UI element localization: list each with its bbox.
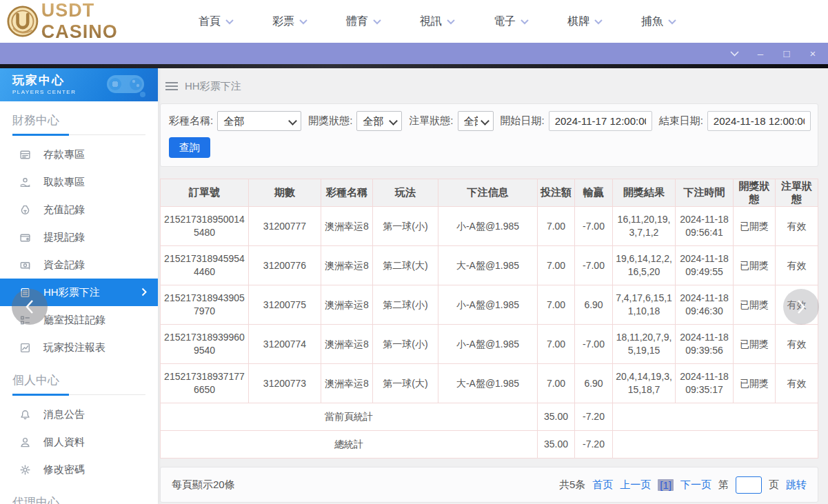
table-cell: 第二球(大) bbox=[373, 246, 438, 285]
prev-page-link[interactable]: 上一页 bbox=[620, 478, 651, 492]
table-cell: 18,11,20,7,9,5,19,15 bbox=[613, 325, 676, 364]
table-cell: -7.00 bbox=[575, 325, 613, 364]
column-header: 投注額 bbox=[538, 179, 575, 207]
sidebar-item-person[interactable]: 個人資料 bbox=[0, 428, 158, 456]
column-header: 開獎結果 bbox=[613, 179, 676, 207]
nav-item-label: 棋牌 bbox=[567, 14, 589, 29]
sidebar-item-report[interactable]: 玩家投注報表 bbox=[0, 334, 158, 361]
table-cell: 6.90 bbox=[575, 364, 613, 403]
table-cell: 大-A盤@1.985 bbox=[438, 246, 538, 285]
chevron-down-icon bbox=[668, 19, 676, 25]
window-chevron-down-icon[interactable] bbox=[729, 48, 740, 59]
nav-item-label: 電子 bbox=[494, 14, 516, 29]
sidebar-item-label: 玩家投注報表 bbox=[43, 341, 105, 354]
brand-logo[interactable]: USDT CASINO bbox=[7, 0, 165, 43]
column-header: 訂單號 bbox=[161, 179, 249, 207]
sidebar-item-label: 提現記錄 bbox=[43, 231, 85, 244]
table-cell: 31200775 bbox=[249, 285, 321, 325]
sidebar-section-title: 個人中心 bbox=[12, 372, 145, 395]
sidebar-item-funds[interactable]: 資金記錄 bbox=[0, 251, 158, 279]
table-cell: 31200776 bbox=[249, 246, 321, 285]
table-cell: 有效 bbox=[776, 246, 818, 285]
nav-item-2[interactable]: 彩票 bbox=[272, 14, 307, 29]
table-cell: 第一球(大) bbox=[373, 364, 438, 403]
coin-logo-icon bbox=[7, 4, 39, 39]
maximize-icon[interactable]: □ bbox=[781, 48, 792, 59]
bell-icon bbox=[19, 409, 31, 421]
table-cell: 31200774 bbox=[249, 325, 321, 364]
sidebar-item-bell[interactable]: 消息公告 bbox=[0, 401, 158, 428]
table-cell: 大-A盤@1.985 bbox=[438, 364, 538, 403]
column-header: 開獎狀態 bbox=[734, 179, 776, 207]
nav-item-5[interactable]: 電子 bbox=[494, 14, 529, 29]
table-cell: 第一球(小) bbox=[373, 325, 438, 364]
table-cell: 7.00 bbox=[538, 325, 575, 364]
table-row: 215217318945954446031200776澳洲幸运8第二球(大)大-… bbox=[161, 246, 818, 285]
window-title-bar: – □ × bbox=[0, 43, 828, 64]
start-date-input[interactable] bbox=[549, 111, 652, 131]
main-content: HH彩票下注 彩種名稱: 全部 開獎狀態: 全部 注單狀態: 全部 bbox=[158, 68, 828, 504]
end-date-input[interactable] bbox=[707, 111, 811, 131]
table-cell: 第一球(小) bbox=[373, 207, 438, 246]
nav-item-label: 首頁 bbox=[199, 14, 221, 29]
table-cell: -7.00 bbox=[575, 246, 613, 285]
nav-menu: 首頁彩票體育視訊電子棋牌捕魚 bbox=[199, 14, 676, 29]
table-cell: 第二球(小) bbox=[373, 285, 438, 325]
sidebar-item-withdrawal-record[interactable]: 提現記錄 bbox=[0, 223, 158, 251]
nav-item-4[interactable]: 視訊 bbox=[420, 14, 455, 29]
summary-bet-total: 35.00 bbox=[538, 403, 575, 431]
recharge-icon bbox=[19, 204, 31, 216]
sidebar-item-deposit[interactable]: 存款專區 bbox=[0, 141, 158, 168]
nav-item-label: 捕魚 bbox=[641, 14, 663, 29]
nav-item-3[interactable]: 體育 bbox=[346, 14, 381, 29]
table-cell: 有效 bbox=[776, 207, 818, 246]
column-header: 輸贏 bbox=[575, 179, 613, 207]
table-cell: 已開獎 bbox=[734, 325, 776, 364]
sidebar-item-withdraw[interactable]: 取款專區 bbox=[0, 168, 158, 196]
chevron-right-icon bbox=[141, 288, 147, 296]
table-cell: 已開獎 bbox=[734, 246, 776, 285]
nav-item-label: 視訊 bbox=[420, 14, 442, 29]
expand-panel-button[interactable] bbox=[783, 289, 819, 325]
lottery-name-filter: 彩種名稱: 全部 bbox=[169, 111, 301, 131]
page-size-text: 每頁顯示20條 bbox=[172, 478, 235, 492]
hamburger-icon[interactable] bbox=[165, 81, 178, 91]
summary-winloss-total: -7.20 bbox=[575, 403, 613, 431]
nav-item-6[interactable]: 棋牌 bbox=[567, 14, 603, 29]
nav-item-1[interactable]: 首頁 bbox=[199, 14, 234, 29]
lottery-name-select[interactable]: 全部 bbox=[217, 111, 301, 131]
table-cell: 澳洲幸运8 bbox=[321, 325, 373, 364]
person-icon bbox=[19, 436, 31, 448]
table-row: 215217318937177665031200773澳洲幸运8第一球(大)大-… bbox=[161, 364, 818, 403]
jump-suffix-label: 页 bbox=[769, 478, 779, 492]
draw-status-filter: 開獎狀態: 全部 bbox=[308, 111, 402, 131]
column-header: 下注時間 bbox=[676, 179, 734, 207]
page-title: HH彩票下注 bbox=[185, 80, 241, 93]
first-page-link[interactable]: 首页 bbox=[592, 478, 613, 492]
page-jump-input[interactable] bbox=[736, 476, 762, 494]
close-icon[interactable]: × bbox=[807, 48, 818, 59]
sidebar-item-gear[interactable]: 修改密碼 bbox=[0, 456, 158, 483]
collapse-sidebar-button[interactable] bbox=[12, 289, 48, 325]
summary-winloss-total: -7.20 bbox=[575, 431, 613, 458]
draw-status-select[interactable]: 全部 bbox=[356, 111, 402, 131]
order-status-select[interactable]: 全部 bbox=[458, 111, 494, 131]
nav-item-7[interactable]: 捕魚 bbox=[641, 14, 676, 29]
next-page-link[interactable]: 下一页 bbox=[680, 478, 711, 492]
column-header: 期數 bbox=[249, 179, 321, 207]
start-date-filter: 開始日期: bbox=[501, 111, 652, 131]
current-page-summary-row: 當前頁統計35.00-7.20 bbox=[161, 403, 818, 431]
summary-label: 當前頁統計 bbox=[161, 403, 538, 431]
table-cell: 31200777 bbox=[249, 207, 321, 246]
search-button[interactable]: 查詢 bbox=[169, 137, 210, 158]
sidebar-item-recharge[interactable]: 充值記錄 bbox=[0, 196, 158, 223]
chevron-left-icon bbox=[24, 299, 35, 315]
table-cell: 澳洲幸运8 bbox=[321, 246, 373, 285]
minimize-icon[interactable]: – bbox=[755, 48, 766, 59]
jump-action-link[interactable]: 跳转 bbox=[786, 478, 807, 492]
nav-item-label: 彩票 bbox=[272, 14, 294, 29]
chevron-down-icon bbox=[521, 19, 529, 25]
table-cell: 19,6,14,12,2,16,5,20 bbox=[613, 246, 676, 285]
table-cell: 有效 bbox=[776, 364, 818, 403]
withdrawal-record-icon bbox=[19, 232, 31, 243]
